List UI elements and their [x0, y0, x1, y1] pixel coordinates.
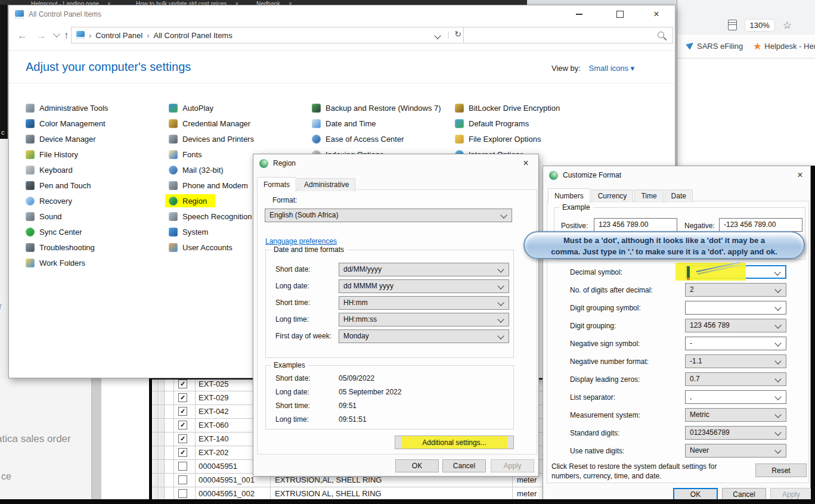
cp-item-autoplay[interactable]: AutoPlay — [165, 101, 308, 114]
maximize-button[interactable] — [606, 5, 634, 23]
datetime-row-combobox[interactable]: Monday — [339, 329, 509, 343]
checkbox-checked[interactable]: ✓ — [178, 434, 187, 443]
checkbox-unchecked[interactable] — [178, 475, 187, 484]
checkbox-unchecked[interactable] — [178, 462, 187, 471]
example-row-value: 09:51:51 — [339, 415, 367, 424]
browser-tab[interactable]: Helpscout - Landing page× — [31, 1, 111, 5]
address-dropdown-chevron-icon[interactable] — [434, 32, 441, 39]
recent-pages-chevron-icon[interactable] — [53, 30, 60, 37]
back-icon[interactable]: ← — [17, 30, 27, 41]
cp-item-file-history[interactable]: File History — [22, 148, 165, 161]
language-preferences-link[interactable]: Language preferences — [265, 237, 337, 245]
cp-item-sound[interactable]: Sound — [22, 210, 165, 223]
breadcrumb-all-items[interactable]: All Control Panel Items — [153, 31, 232, 40]
cp-item-credential-manager[interactable]: Credential Manager — [165, 117, 308, 130]
reset-button[interactable]: Reset — [755, 463, 807, 477]
datetime-row-combobox[interactable]: dd/MM/yyyy — [339, 263, 509, 276]
frame-bottom — [0, 499, 815, 504]
checkbox-unchecked[interactable] — [178, 489, 187, 498]
up-icon[interactable]: ↑ — [64, 30, 69, 41]
cp-item-device-manager[interactable]: Device Manager — [22, 132, 165, 145]
combobox-value: Metric — [690, 410, 709, 419]
bookmark-helpdesk-herotel[interactable]: Helpdesk - Herotel — [754, 42, 815, 51]
tab-time[interactable]: Time — [634, 189, 663, 203]
datetime-row-combobox[interactable]: dd MMMM yyyy — [339, 279, 509, 293]
cp-item-label: Region — [182, 197, 207, 206]
tab-close-icon[interactable]: × — [289, 1, 292, 5]
additional-settings-button[interactable]: Additional settings... — [395, 435, 514, 449]
checkbox-checked[interactable]: ✓ — [178, 407, 187, 416]
breadcrumb-control-panel[interactable]: Control Panel — [95, 31, 142, 40]
tab-formats[interactable]: Formats — [257, 177, 296, 192]
callout-line2: comma. Just type in '.' to make sure it … — [525, 247, 804, 258]
address-bar[interactable]: › Control Panel › All Control Panel Item… — [71, 27, 467, 43]
search-icon[interactable] — [658, 32, 664, 38]
cp-item-date-and-time[interactable]: Date and Time — [308, 117, 451, 130]
favorites-star-icon[interactable]: ☆ — [783, 20, 792, 30]
tab-administrative[interactable]: Administrative — [298, 178, 355, 191]
cp-item-pen-and-touch[interactable]: Pen and Touch — [22, 179, 165, 192]
view-by-value[interactable]: Small icons ▾ — [589, 64, 635, 73]
datetime-row-combobox[interactable]: HH:mm — [339, 296, 509, 310]
tab-close-icon[interactable]: × — [107, 1, 111, 5]
phone-modem-icon — [169, 181, 178, 190]
search-input[interactable] — [463, 27, 673, 43]
cp-item-devices-and-printers[interactable]: Devices and Printers — [165, 132, 308, 145]
cp-item-keyboard[interactable]: Keyboard — [22, 163, 165, 176]
customize-row-combobox[interactable]: -1.1 — [685, 354, 786, 368]
cp-item-ease-of-access-center[interactable]: Ease of Access Center — [308, 132, 451, 145]
checkbox-checked[interactable]: ✓ — [178, 379, 187, 388]
checkbox-checked[interactable]: ✓ — [178, 448, 187, 457]
cp-item-default-programs[interactable]: Default Programs — [451, 117, 594, 130]
tab-currency[interactable]: Currency — [591, 189, 634, 203]
customize-row-combobox[interactable] — [685, 301, 786, 315]
customize-row-combobox[interactable]: 0123456789 — [685, 426, 786, 440]
region-ok-button[interactable]: OK — [395, 459, 439, 472]
cp-item-region[interactable]: Region — [165, 194, 215, 207]
refresh-icon[interactable]: ↻ — [454, 29, 461, 39]
tab-numbers[interactable]: Numbers — [548, 188, 590, 203]
region-cancel-button[interactable]: Cancel — [442, 459, 486, 472]
cp-column: Administrative ToolsColor ManagementDevi… — [22, 101, 165, 269]
customize-row-combobox[interactable]: , — [685, 390, 786, 404]
combobox-value: dd MMMM yyyy — [343, 282, 393, 290]
cp-item-recovery[interactable]: Recovery — [22, 194, 165, 207]
browser-zoom-indicator[interactable]: 130% — [745, 20, 774, 31]
cp-item-bitlocker-drive-encryption[interactable]: BitLocker Drive Encryption — [451, 101, 594, 114]
customize-row-combobox[interactable]: 2 — [685, 283, 786, 297]
customize-row-combobox[interactable]: 123 456 789 — [685, 319, 786, 332]
sync-center-icon — [26, 228, 35, 237]
bookmark-sars-efiling[interactable]: SARS eFiling — [686, 42, 743, 51]
checkbox-checked[interactable]: ✓ — [178, 421, 187, 430]
browser-tab[interactable]: Nedbank× — [256, 1, 292, 5]
chevron-down-icon — [774, 429, 781, 435]
customize-close-button[interactable]: × — [790, 166, 810, 184]
background-scrollbar[interactable] — [91, 378, 101, 499]
chevron-down-icon — [774, 304, 781, 310]
region-close-button[interactable]: × — [513, 154, 538, 172]
dialog-title: Customize Format — [563, 171, 621, 179]
cp-item-work-folders[interactable]: Work Folders — [22, 256, 165, 269]
format-combobox[interactable]: English (South Africa) — [265, 209, 512, 222]
cp-item-color-management[interactable]: Color Management — [22, 117, 165, 130]
customize-row-combobox[interactable]: Metric — [685, 408, 786, 422]
checkbox-checked[interactable]: ✓ — [178, 393, 187, 402]
datetime-row-combobox[interactable]: HH:mm:ss — [339, 313, 509, 326]
forward-icon[interactable]: → — [36, 30, 47, 41]
reader-mode-icon[interactable] — [728, 20, 737, 30]
cp-item-backup-and-restore-windows-7[interactable]: Backup and Restore (Windows 7) — [308, 101, 451, 114]
tab-close-icon[interactable]: × — [235, 1, 238, 5]
browser-tab[interactable]: How to bulk update std cost prices× — [136, 1, 238, 5]
cp-item-file-explorer-options[interactable]: File Explorer Options — [451, 132, 594, 145]
cp-item-sync-center[interactable]: Sync Center — [22, 225, 165, 238]
minimize-button[interactable] — [565, 5, 593, 23]
region-apply-button[interactable]: Apply — [491, 459, 534, 472]
customize-row-combobox[interactable]: - — [685, 337, 786, 350]
combobox-value: - — [690, 339, 692, 347]
cp-item-administrative-tools[interactable]: Administrative Tools — [22, 101, 165, 114]
customize-row-combobox[interactable]: 0.7 — [685, 372, 786, 386]
customize-row-combobox[interactable]: Never — [685, 444, 786, 458]
cp-item-troubleshooting[interactable]: Troubleshooting — [22, 241, 165, 254]
tab-date[interactable]: Date — [665, 189, 693, 203]
close-button[interactable]: × — [643, 5, 670, 23]
